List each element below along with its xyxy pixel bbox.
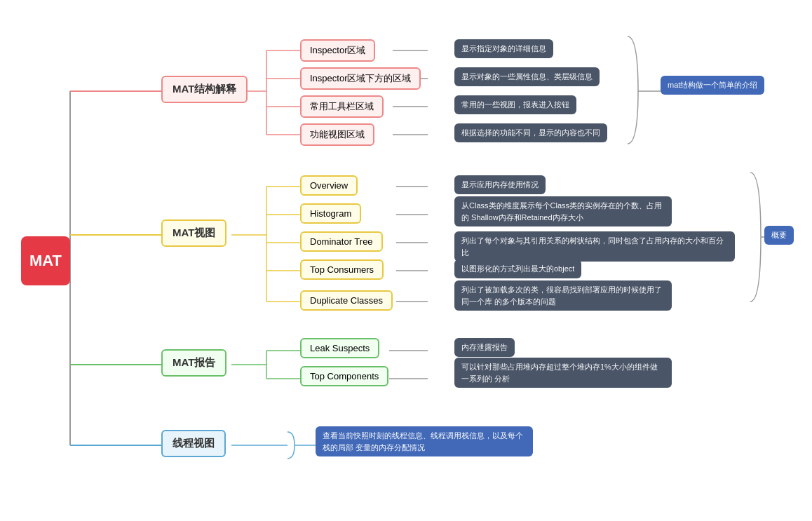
view-desc-0: 显示应用内存使用情况 bbox=[454, 175, 546, 194]
struct-item-3: 功能视图区域 bbox=[300, 123, 374, 146]
view-summary: 概要 bbox=[764, 226, 794, 245]
view-item-1: Histogram bbox=[300, 203, 361, 224]
view-desc-4: 列出了被加载多次的类，很容易找到部署应用的时候使用了同一个库 的多个版本的问题 bbox=[454, 280, 672, 311]
section-thread: 线程视图 bbox=[161, 430, 226, 457]
view-item-3: Top Consumers bbox=[300, 259, 384, 280]
struct-desc-3: 根据选择的功能不同，显示的内容也不同 bbox=[454, 123, 607, 142]
struct-desc-2: 常用的一些视图，报表进入按钮 bbox=[454, 95, 576, 114]
mat-root-label: MAT bbox=[29, 252, 62, 270]
struct-item-1: Inspector区域下方的区域 bbox=[300, 67, 421, 90]
view-desc-2: 列出了每个对象与其引用关系的树状结构，同时包含了占用内存的大小和百分比 bbox=[454, 231, 735, 262]
struct-desc-0: 显示指定对象的详细信息 bbox=[454, 39, 553, 58]
view-item-0: Overview bbox=[300, 175, 358, 196]
section-report: MAT报告 bbox=[161, 349, 226, 377]
section-report-label: MAT报告 bbox=[172, 356, 215, 370]
struct-summary: mat结构做一个简单的介绍 bbox=[661, 76, 764, 95]
report-item-1: Top Components bbox=[300, 366, 388, 386]
section-view: MAT视图 bbox=[161, 219, 226, 247]
mat-root-node: MAT bbox=[21, 236, 70, 285]
struct-desc-1: 显示对象的一些属性信息、类层级信息 bbox=[454, 67, 600, 86]
section-view-label: MAT视图 bbox=[172, 226, 215, 240]
struct-item-2: 常用工具栏区域 bbox=[300, 95, 384, 118]
section-thread-label: 线程视图 bbox=[172, 437, 215, 450]
struct-item-0: Inspector区域 bbox=[300, 39, 375, 62]
section-struct: MAT结构解释 bbox=[161, 76, 248, 103]
report-desc-0: 内存泄露报告 bbox=[454, 338, 515, 357]
view-desc-3: 以图形化的方式列出最大的object bbox=[454, 259, 581, 278]
view-desc-1: 从Class类的维度展示每个Class类的实例存在的个数、占用的 Shallow… bbox=[454, 196, 672, 226]
section-struct-label: MAT结构解释 bbox=[172, 83, 236, 96]
view-item-2: Dominator Tree bbox=[300, 231, 383, 252]
report-desc-1: 可以针对那些占用堆内存超过整个堆内存1%大小的组件做一系列的 分析 bbox=[454, 358, 672, 388]
report-item-0: Leak Suspects bbox=[300, 338, 379, 358]
view-item-4: Duplicate Classes bbox=[300, 290, 393, 311]
thread-desc: 查看当前快照时刻的线程信息、线程调用栈信息，以及每个栈的局部 变量的内存分配情况 bbox=[316, 426, 533, 456]
